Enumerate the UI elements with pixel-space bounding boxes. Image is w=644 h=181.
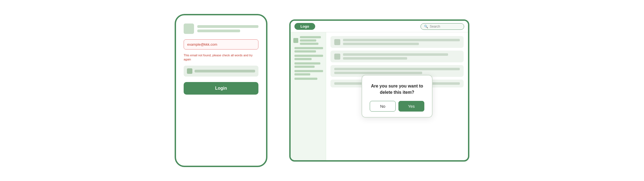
desktop-main: Are you sure you want to delete this ite…	[326, 32, 468, 160]
sidebar-lines-1	[300, 36, 323, 45]
header-line-2	[197, 30, 240, 32]
sidebar-line-3a	[294, 55, 323, 57]
password-line	[195, 70, 255, 72]
sidebar-line-6a	[294, 78, 317, 80]
sidebar-line-1a	[300, 36, 321, 38]
search-icon: 🔍	[424, 25, 428, 28]
password-field[interactable]	[184, 66, 258, 77]
logo-pill: Logo	[294, 23, 315, 30]
modal-title: Are you sure you want to delete this ite…	[370, 83, 424, 95]
sidebar-line-4b	[294, 66, 315, 68]
sidebar-line-2b	[294, 50, 316, 52]
sidebar-lines-3	[293, 55, 323, 60]
sidebar-line-4a	[294, 62, 320, 65]
avatar-placeholder	[184, 24, 194, 34]
sidebar-line-1b	[300, 39, 316, 42]
sidebar-item[interactable]	[293, 55, 323, 60]
sidebar-lines-6	[293, 78, 323, 80]
sidebar-line-2a	[294, 47, 323, 49]
desktop-header: Logo 🔍 Search	[291, 21, 468, 32]
sidebar-lines-2	[293, 47, 323, 52]
mobile-top-row	[184, 24, 258, 34]
header-line-1	[197, 25, 258, 28]
sidebar-line-1c	[300, 43, 318, 45]
sidebar-lines-5	[293, 70, 323, 75]
sidebar-item[interactable]	[293, 62, 323, 68]
header-lines	[197, 25, 258, 32]
desktop-body: Are you sure you want to delete this ite…	[291, 32, 468, 160]
sidebar-item[interactable]	[293, 78, 323, 80]
search-box[interactable]: 🔍 Search	[421, 23, 464, 30]
sidebar-item[interactable]	[293, 47, 323, 52]
email-input[interactable]: example@kkk.com	[184, 39, 258, 49]
modal-buttons: No Yes	[370, 101, 424, 112]
login-button[interactable]: Login	[184, 82, 258, 95]
sidebar-lines-4	[293, 62, 323, 68]
delete-confirm-modal: Are you sure you want to delete this ite…	[362, 75, 433, 118]
modal-overlay: Are you sure you want to delete this ite…	[326, 32, 468, 160]
sidebar-line-5b	[294, 73, 310, 75]
sidebar-item[interactable]	[293, 70, 323, 75]
yes-button[interactable]: Yes	[398, 101, 424, 112]
sidebar-thumb-1	[293, 38, 298, 43]
desktop-frame: Logo 🔍 Search	[289, 19, 469, 162]
no-button[interactable]: No	[370, 101, 396, 112]
desktop-sidebar	[291, 32, 326, 160]
sidebar-line-5a	[294, 70, 323, 72]
error-message: This email not found, please check all w…	[184, 53, 258, 62]
scene: example@kkk.com This email not found, pl…	[153, 3, 491, 178]
sidebar-line-3b	[294, 58, 312, 60]
sidebar-item[interactable]	[293, 36, 323, 45]
mobile-frame: example@kkk.com This email not found, pl…	[175, 14, 267, 167]
search-placeholder-text: Search	[430, 25, 440, 28]
password-icon	[187, 68, 192, 74]
